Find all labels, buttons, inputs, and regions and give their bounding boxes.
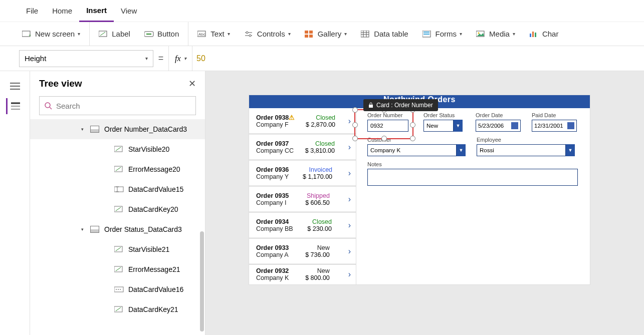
order-id: Order 0932 (256, 267, 289, 274)
menu-file[interactable]: File (19, 0, 45, 22)
tree-item-label: DataCardValue15 (128, 185, 183, 193)
tree-item-label: ErrorMessage21 (128, 265, 180, 273)
order-date-input[interactable]: 5/23/2006 (476, 120, 521, 132)
fx-label: fx (175, 54, 181, 63)
svg-rect-21 (535, 33, 536, 37)
order-status-select[interactable] (423, 120, 454, 132)
order-row[interactable]: Order 0936Company YInvoiced$ 1,170.00› (249, 160, 356, 186)
controls-label: Controls (257, 30, 285, 38)
chevron-down-icon: ▾ (460, 31, 462, 37)
media-button[interactable]: Media ▾ (469, 22, 522, 46)
label-icon (114, 146, 123, 153)
datatable-button[interactable]: Data table (354, 22, 415, 46)
text-icon: Abc (197, 31, 206, 38)
tree-item[interactable]: DataCardKey20 (30, 199, 205, 219)
lock-icon (368, 102, 373, 108)
menu-insert[interactable]: Insert (79, 0, 114, 22)
order-status: New (305, 244, 330, 251)
svg-point-31 (118, 289, 119, 290)
tree-item-label: StarVisible20 (128, 145, 169, 153)
tree-item[interactable]: StarVisible20 (30, 139, 205, 159)
tree-item[interactable]: DataCardValue16 (30, 279, 205, 299)
gallery-button[interactable]: Gallery ▾ (298, 22, 354, 46)
chevron-down-icon: ▾ (145, 56, 148, 61)
tree-item-label: ErrorMessage20 (128, 165, 180, 173)
order-row[interactable]: Order 0933Company ANew$ 736.00› (249, 238, 356, 264)
button-button[interactable]: Button (137, 22, 186, 46)
employee-select[interactable] (477, 144, 566, 156)
tree-item-label: Order Status_DataCard3 (104, 225, 182, 233)
fx-button[interactable]: fx ▾ (169, 54, 192, 63)
svg-rect-13 (361, 31, 369, 37)
property-selector[interactable]: Height ▾ (19, 50, 153, 67)
order-row[interactable]: Order 0934Company BBClosed$ 230.00› (249, 212, 356, 238)
chevron-right-icon: › (348, 247, 351, 256)
order-company: Company A (256, 251, 289, 258)
employee-label: Employee (477, 137, 575, 143)
svg-point-22 (45, 103, 50, 108)
notes-label: Notes (367, 161, 578, 167)
datatable-icon (361, 31, 370, 38)
tree-item[interactable]: ErrorMessage20 (30, 159, 205, 179)
svg-rect-4 (146, 34, 151, 35)
canvas[interactable]: Northwind Orders Order 0938⚠Company FClo… (205, 71, 644, 335)
chevron-down-icon[interactable]: ▼ (566, 144, 575, 156)
formula-value[interactable]: 50 (192, 54, 205, 63)
button-label: Button (157, 30, 179, 38)
gallery-icon (305, 31, 314, 38)
new-screen-button[interactable]: + New screen ▾ (15, 22, 87, 46)
label-icon (114, 206, 123, 213)
order-amount: $ 606.50 (305, 199, 330, 206)
selection-box[interactable] (354, 109, 413, 139)
order-id: Order 0938⚠ (256, 114, 295, 121)
close-icon[interactable]: ✕ (188, 78, 196, 89)
tree-item[interactable]: DataCardValue15 (30, 179, 205, 199)
chevron-down-icon[interactable]: ▼ (457, 144, 466, 156)
forms-button[interactable]: Forms ▾ (415, 22, 470, 46)
search-input[interactable] (39, 96, 196, 115)
tree-item[interactable]: StarVisible21 (30, 239, 205, 259)
chevron-right-icon: › (348, 143, 351, 152)
order-status: Closed (307, 218, 332, 225)
menu-home[interactable]: Home (45, 0, 79, 22)
order-company: Company I (256, 199, 289, 206)
label-button[interactable]: Label (92, 22, 137, 46)
tree-item[interactable]: ErrorMessage21 (30, 259, 205, 279)
scrollbar[interactable] (200, 231, 204, 331)
chevron-right-icon: › (348, 195, 351, 204)
menu-view[interactable]: View (114, 0, 144, 22)
order-row[interactable]: Order 0932Company KNew$ 800.00› (249, 264, 356, 284)
order-date-value: 5/23/2006 (478, 123, 504, 129)
text-button[interactable]: Abc Text ▾ (190, 22, 237, 46)
notes-input[interactable] (367, 169, 578, 186)
treeview-tab[interactable] (6, 98, 24, 114)
hamburger-button[interactable] (6, 78, 24, 94)
customer-select[interactable] (367, 144, 457, 156)
svg-point-8 (249, 35, 251, 37)
order-status: Closed (305, 140, 335, 147)
search-field[interactable] (56, 102, 190, 110)
order-row[interactable]: Order 0938⚠Company FClosed$ 2,870.00› (249, 108, 356, 134)
order-amount: $ 800.00 (305, 274, 330, 281)
chart-button[interactable]: Char (522, 22, 566, 46)
chevron-down-icon[interactable]: ▼ (454, 120, 463, 132)
new-screen-label: New screen (35, 30, 75, 38)
dropdown-icon (114, 286, 123, 293)
chevron-down-icon: ▾ (228, 31, 230, 37)
paid-date-input[interactable]: 12/31/2001 (532, 120, 577, 132)
tree-item[interactable]: DataCardKey21 (30, 299, 205, 319)
order-row[interactable]: Order 0937Company CCClosed$ 3,810.00› (249, 134, 356, 160)
order-status: Shipped (305, 192, 330, 199)
svg-rect-10 (309, 31, 313, 34)
svg-rect-11 (305, 35, 308, 38)
label-icon (114, 246, 123, 253)
tree-item[interactable]: ▾Order Number_DataCard3 (30, 119, 205, 139)
caret-icon: ▾ (81, 227, 84, 232)
chevron-down-icon: ▾ (513, 31, 515, 37)
separator (89, 22, 90, 46)
controls-button[interactable]: Controls ▾ (237, 22, 298, 46)
order-amount: $ 736.00 (305, 251, 330, 258)
selection-tag: Card : Order Number (363, 99, 438, 111)
tree-item[interactable]: ▾Order Status_DataCard3 (30, 219, 205, 239)
order-row[interactable]: Order 0935Company IShipped$ 606.50› (249, 186, 356, 212)
